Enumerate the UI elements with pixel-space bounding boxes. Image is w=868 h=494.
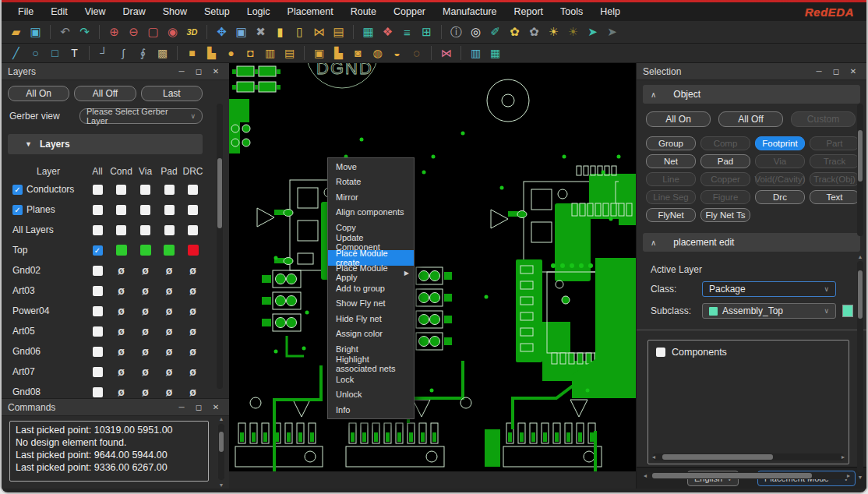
layer-color-swatch[interactable] — [116, 245, 127, 256]
s-curve-tool-icon[interactable]: ∮ — [133, 44, 153, 62]
save-icon[interactable]: ▣ — [26, 23, 45, 41]
delete-icon[interactable]: ✖ — [251, 23, 270, 41]
copy-icon[interactable]: ▣ — [231, 23, 251, 41]
visibility-off-icon[interactable]: ø — [166, 265, 173, 276]
mesh-tool-icon[interactable]: ▩ — [153, 44, 172, 62]
shape-stack-icon[interactable]: ▥ — [260, 44, 280, 62]
context-menu-item-assign-color[interactable]: Assign color — [328, 326, 414, 342]
shape-rect-icon[interactable]: ■ — [182, 44, 202, 62]
menu-manufacture[interactable]: Manufacture — [434, 2, 505, 21]
corner-tool-icon[interactable]: ┘ — [94, 44, 114, 62]
scroll-down-icon[interactable]: ▼ — [218, 482, 224, 488]
visibility-off-icon[interactable]: ø — [166, 305, 173, 316]
line-tool-icon[interactable]: ╱ — [6, 44, 26, 62]
panel-hscrollbar[interactable]: ◂ ▸ — [644, 472, 849, 479]
visibility-off-icon[interactable]: ø — [142, 346, 149, 357]
pad-dot-icon[interactable]: ◍ — [368, 44, 387, 62]
object-scrollbar[interactable] — [857, 104, 863, 236]
pad-multi-icon[interactable]: ◌ — [407, 44, 426, 62]
layers-icon[interactable]: ≡ — [397, 23, 417, 41]
info-icon[interactable]: ⓘ — [446, 23, 466, 41]
subclass-select[interactable]: Assembly_Top ∨ — [702, 303, 836, 319]
command-log[interactable]: Last picked point: 10319.00 5951.00No de… — [9, 421, 209, 482]
filter-pad-button[interactable]: Pad — [700, 154, 750, 168]
layer-enable-checkbox[interactable]: ✓ — [12, 185, 23, 195]
visibility-off-icon[interactable]: ø — [142, 285, 149, 296]
flynet-hide-icon[interactable]: ➤ — [602, 23, 622, 41]
filter-line-button[interactable]: Line — [646, 172, 696, 186]
filter-track-obj-button[interactable]: Track(Obj) — [810, 172, 859, 186]
visibility-off-icon[interactable]: ø — [118, 305, 125, 316]
text-tool-icon[interactable]: T — [65, 44, 84, 62]
filter-fly-net-ts-button[interactable]: Fly Net Ts — [700, 208, 750, 222]
layer-checkbox[interactable] — [140, 225, 150, 235]
shape-pick-icon[interactable]: ◘ — [241, 44, 260, 62]
layer-color-swatch[interactable] — [140, 245, 151, 256]
filter-flynet-button[interactable]: FlyNet — [646, 208, 696, 222]
layer-checkbox[interactable] — [93, 326, 103, 337]
visibility-off-icon[interactable]: ø — [189, 285, 196, 296]
layer-checkbox[interactable] — [116, 225, 126, 235]
lock-icon[interactable]: ▮ — [270, 23, 290, 41]
palette-icon[interactable]: ✿ — [505, 23, 524, 41]
undo-icon[interactable]: ↶ — [55, 23, 75, 41]
context-menu-item-unlock[interactable]: Unlock — [328, 387, 414, 403]
context-menu-item-info[interactable]: Info — [328, 402, 414, 418]
layer-checkbox[interactable] — [140, 205, 150, 215]
filter-copper-button[interactable]: Copper — [700, 172, 750, 186]
layer-checkbox[interactable] — [93, 205, 103, 215]
layer-checkbox[interactable] — [164, 185, 175, 195]
menu-placement[interactable]: Placement — [279, 2, 342, 21]
visibility-off-icon[interactable]: ø — [189, 326, 196, 337]
layer-checkbox[interactable] — [188, 185, 198, 195]
layers-all-on-button[interactable]: All On — [8, 86, 69, 101]
scroll-down-icon[interactable]: ▼ — [857, 475, 863, 480]
context-menu-item-hide-fly-net[interactable]: Hide Fly net — [328, 311, 414, 326]
menu-show[interactable]: Show — [154, 2, 196, 21]
restore-icon[interactable]: ◻ — [829, 65, 843, 78]
layers-section-header[interactable]: ▼ Layers — [8, 134, 203, 154]
visibility-off-icon[interactable]: ø — [118, 366, 125, 377]
scroll-left-icon[interactable]: ◂ — [644, 472, 647, 479]
restore-icon[interactable]: ◻ — [192, 65, 206, 78]
context-menu-item-place-module-apply[interactable]: Place Module Apply▶ — [328, 266, 414, 281]
class-select[interactable]: Package ∨ — [702, 281, 836, 297]
filter-net-button[interactable]: Net — [646, 154, 696, 168]
sheet-icon[interactable]: ▤ — [329, 23, 348, 41]
layer-checkbox[interactable] — [93, 306, 103, 316]
visibility-off-icon[interactable]: ø — [118, 326, 125, 337]
pad-two-icon[interactable]: ◒ — [387, 44, 407, 62]
mirror-icon[interactable]: ⋈ — [436, 44, 456, 62]
zoom-selected-icon[interactable]: ◉ — [163, 23, 182, 41]
curve-tool-icon[interactable]: ∫ — [114, 44, 133, 62]
layer-checkbox[interactable] — [93, 387, 103, 397]
shape-sheet-icon[interactable]: ▤ — [280, 44, 299, 62]
subclass-color-button[interactable] — [842, 305, 853, 317]
layers-all-off-button[interactable]: All Off — [74, 86, 136, 101]
scroll-up-icon[interactable]: ▲ — [218, 416, 224, 422]
visibility-off-icon[interactable]: ø — [189, 386, 196, 397]
visibility-off-icon[interactable]: ø — [118, 265, 125, 276]
shape-l-icon[interactable]: ▙ — [202, 44, 221, 62]
components-tree[interactable]: Components ◂ ▸ — [647, 340, 849, 464]
filter-drc-button[interactable]: Drc — [755, 190, 805, 204]
layers-scrollbar[interactable] — [217, 104, 223, 389]
zoom-fit-icon[interactable]: ▢ — [143, 23, 163, 41]
selection-custom-button[interactable]: Custom — [791, 111, 856, 127]
layer-checkbox[interactable] — [93, 225, 103, 235]
visibility-off-icon[interactable]: ø — [166, 326, 173, 337]
brightness-icon[interactable]: ☀ — [544, 23, 563, 41]
close-icon[interactable]: ✕ — [209, 65, 223, 78]
visibility-off-icon[interactable]: ø — [142, 305, 149, 316]
visibility-off-icon[interactable]: ø — [189, 305, 196, 316]
menu-edit[interactable]: Edit — [42, 2, 76, 21]
scroll-right-icon[interactable]: ▸ — [842, 453, 845, 460]
menu-setup[interactable]: Setup — [196, 2, 238, 21]
brightness-off-icon[interactable]: ☀ — [563, 23, 583, 41]
filter-part-button[interactable]: Part — [810, 136, 859, 150]
layer-checkbox[interactable] — [140, 185, 150, 195]
context-menu-item-show-fly-net[interactable]: Show Fly net — [328, 296, 414, 312]
components-checkbox[interactable] — [656, 348, 665, 357]
filter-track-button[interactable]: Track — [810, 154, 859, 168]
menu-help[interactable]: Help — [591, 2, 629, 21]
